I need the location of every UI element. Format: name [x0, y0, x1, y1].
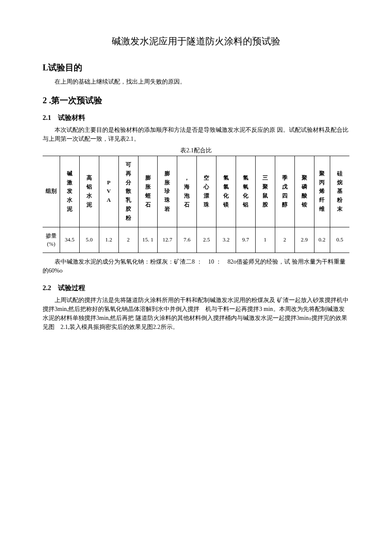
table-header-row: 组别 碱激发水泥 高铝水泥 PVA 可再分散乳胶粉 膨胀蛭石 膨胀珍珠岩 ，海泡… — [43, 156, 349, 227]
table-cell: 1.2 — [99, 227, 118, 253]
row-label-group: 组别 — [43, 187, 59, 196]
table-cell: 0.5 — [330, 227, 349, 253]
row-label-amount: 掺量(%) — [43, 227, 60, 253]
col-header: 三聚鼠胺 — [257, 174, 274, 209]
table-caption: 表2.1配合比 — [43, 146, 349, 155]
section-2-2-p1: 上周试配的搅拌方法是先将隧道防火涂料所用的干料和配制碱激发水泥用的粉煤灰及 矿渣… — [43, 296, 349, 331]
col-header: 氢氧化铝 — [237, 174, 254, 209]
table-note: 表中碱激发水泥的成分为氢氧化钠：粉煤灰：矿渣二8 ： 10 ： 82o借鉴师兄的… — [43, 257, 349, 275]
col-header: ，海泡石 — [178, 174, 196, 209]
col-header: 膨胀蛭石 — [139, 174, 157, 209]
table-cell: 1 — [255, 227, 275, 253]
col-header: 聚磷酸铵 — [296, 174, 313, 209]
col-header: 季戊四醇 — [276, 174, 294, 209]
mix-ratio-table: 组别 碱激发水泥 高铝水泥 PVA 可再分散乳胶粉 膨胀蛭石 膨胀珍珠岩 ，海泡… — [43, 156, 349, 253]
section-2-1-heading: 2.1 试验材料 — [43, 113, 349, 123]
table-cell: 2 — [118, 227, 138, 253]
col-header: 空心漂珠 — [198, 174, 215, 209]
section-2-1-p1: 本次试配的主要目的是检验材料的添加顺序和方法是否是导致碱激发水泥不反应的原 因。… — [43, 125, 349, 143]
col-header: 膨胀珍珠岩 — [159, 169, 176, 214]
section-2-heading: 2 .第一次预试验 — [43, 94, 349, 107]
table-cell: 5.0 — [79, 227, 99, 253]
section-1-heading: L试验目的 — [43, 61, 349, 74]
col-header: 氢氯化镁 — [217, 174, 235, 209]
table-cell: 2.5 — [197, 227, 216, 253]
col-header: 高铝水泥 — [81, 174, 98, 209]
col-header: 碱激发水泥 — [61, 169, 78, 214]
table-cell: 34.5 — [60, 227, 80, 253]
section-2-2-heading: 2.2 试验过程 — [43, 283, 349, 293]
page-title: 碱激发水泥应用于隧道防火涂料的预试验 — [43, 34, 349, 48]
table-cell: 9.7 — [236, 227, 256, 253]
table-cell: 2.9 — [294, 227, 314, 253]
table-cell: 12.7 — [158, 227, 177, 253]
section-1-p1: 在上周的基础上继续试配，找出上周失败的原因。 — [43, 77, 349, 86]
table-cell: 2 — [275, 227, 294, 253]
col-header: 聚丙烯纤维 — [315, 169, 329, 214]
table-cell: 3.2 — [216, 227, 236, 253]
col-header: 硅烷基粉末 — [331, 169, 349, 214]
table-data-row: 掺量(%) 34.5 5.0 1.2 2 15. 1 12.7 7.6 2.5 … — [43, 227, 349, 253]
table-cell: 15. 1 — [138, 227, 158, 253]
table-cell: 0.2 — [314, 227, 330, 253]
table-cell: 7.6 — [177, 227, 197, 253]
col-header: PVA — [100, 178, 118, 205]
col-header: 可再分散乳胶粉 — [120, 160, 137, 223]
